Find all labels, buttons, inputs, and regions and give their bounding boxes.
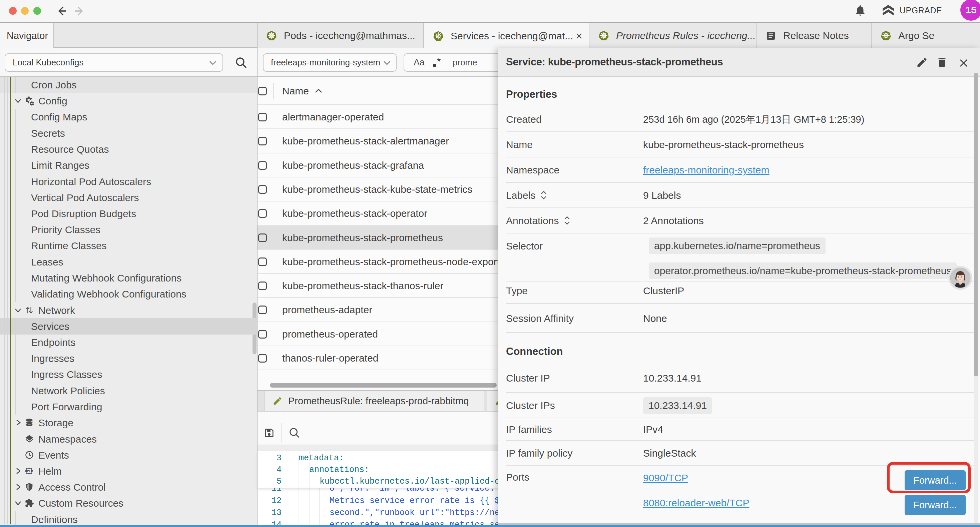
svg-text:HELM: HELM xyxy=(25,470,33,473)
